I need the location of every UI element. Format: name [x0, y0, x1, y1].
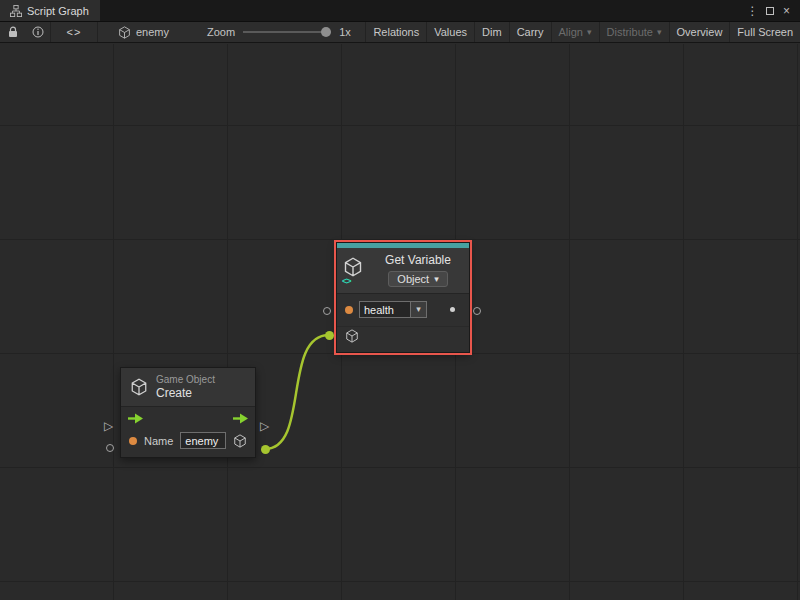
create-flow-in-port[interactable]: ▷	[104, 420, 113, 432]
object-port-cube-icon[interactable]	[345, 329, 359, 343]
toolbar-separator	[97, 22, 98, 42]
relations-button[interactable]: Relations	[365, 22, 426, 42]
zoom-group: Zoom 1x	[207, 22, 351, 42]
get-variable-header[interactable]: <> Get Variable Object ▾	[337, 248, 469, 293]
values-button[interactable]: Values	[426, 22, 474, 42]
output-cube-icon[interactable]	[233, 434, 247, 448]
game-object-cube-icon	[118, 26, 131, 39]
titlebar: Script Graph ⋮ ×	[0, 0, 800, 22]
variable-name-input[interactable]	[359, 301, 411, 318]
dim-button[interactable]: Dim	[474, 22, 509, 42]
toolbar-buttons: Relations Values Dim Carry Align▾ Distri…	[365, 22, 800, 42]
distribute-button[interactable]: Distribute▾	[599, 22, 669, 42]
overview-button[interactable]: Overview	[669, 22, 730, 42]
get-variable-output-port[interactable]	[473, 307, 481, 315]
script-graph-icon	[10, 5, 22, 17]
button-label: Overview	[677, 26, 723, 38]
graph-breadcrumb[interactable]: enemy	[108, 22, 179, 42]
carry-button[interactable]: Carry	[509, 22, 551, 42]
name-row: Name	[121, 428, 255, 457]
flow-in-arrow-icon[interactable]	[127, 413, 144, 424]
zoom-slider[interactable]	[243, 31, 331, 33]
node-game-object-create[interactable]: Game Object Create Name	[120, 367, 256, 458]
variable-kind-label: Object	[397, 273, 429, 285]
script-graph-window: Script Graph ⋮ × <>	[0, 0, 800, 600]
lock-icon	[8, 26, 18, 38]
variable-kind-dropdown[interactable]: Object ▾	[388, 271, 447, 287]
toolbar: <> enemy Zoom 1x Relations Values Dim Ca…	[0, 22, 800, 43]
zoom-value: 1x	[339, 26, 351, 38]
wire-start-dot[interactable]	[261, 445, 270, 454]
lock-button[interactable]	[0, 22, 25, 42]
name-input-port[interactable]	[345, 306, 353, 314]
name-input-port[interactable]	[129, 437, 137, 445]
create-header[interactable]: Game Object Create	[121, 368, 255, 406]
name-field-label: Name	[144, 435, 173, 447]
button-label: Align	[559, 26, 583, 38]
create-flow-out-port[interactable]: ▷	[260, 420, 269, 432]
align-button[interactable]: Align▾	[551, 22, 599, 42]
button-label: Carry	[517, 26, 544, 38]
variable-name-row: ▾	[337, 294, 469, 324]
variable-name-dropdown[interactable]: ▾	[411, 301, 427, 318]
button-label: Values	[434, 26, 467, 38]
chevron-down-icon: ▾	[587, 28, 592, 37]
chevron-down-icon: ▾	[657, 28, 662, 37]
variable-name-combo: ▾	[359, 301, 427, 318]
info-icon	[32, 26, 44, 38]
button-label: Distribute	[607, 26, 653, 38]
create-name-port[interactable]	[106, 444, 114, 452]
button-label: Relations	[373, 26, 419, 38]
get-variable-left-port[interactable]	[323, 307, 331, 315]
tab-script-graph[interactable]: Script Graph	[0, 0, 100, 21]
graph-name: enemy	[136, 26, 169, 38]
connection-wire[interactable]	[265, 335, 329, 449]
node-title: Get Variable	[385, 253, 451, 267]
flow-out-arrow-icon[interactable]	[232, 413, 249, 424]
close-icon[interactable]: ×	[778, 2, 795, 19]
name-input[interactable]	[180, 432, 226, 449]
tab-label: Script Graph	[27, 5, 89, 17]
graph-canvas[interactable]: <> Get Variable Object ▾ ▾	[0, 44, 800, 600]
maximize-glyph	[766, 7, 774, 15]
button-label: Full Screen	[737, 26, 793, 38]
control-flow-row	[121, 407, 255, 428]
window-controls: ⋮ ×	[744, 0, 800, 21]
object-input-row	[337, 326, 469, 352]
info-button[interactable]	[25, 22, 50, 42]
kebab-menu-icon[interactable]: ⋮	[744, 2, 761, 19]
node-title: Create	[156, 386, 215, 400]
code-preview-button[interactable]: <>	[51, 22, 97, 42]
get-variable-body: ▾	[337, 293, 469, 352]
create-body: Name	[121, 406, 255, 457]
node-get-variable[interactable]: <> Get Variable Object ▾ ▾	[336, 242, 470, 353]
node-category: Game Object	[156, 374, 215, 385]
fullscreen-button[interactable]: Full Screen	[729, 22, 800, 42]
button-label: Dim	[482, 26, 502, 38]
value-output-dot[interactable]	[450, 307, 455, 312]
chevron-down-icon: ▾	[434, 275, 439, 284]
maximize-icon[interactable]	[761, 2, 778, 19]
game-object-cube-icon	[130, 378, 148, 396]
chevron-down-icon: ▾	[416, 305, 421, 314]
wire-end-dot[interactable]	[325, 331, 334, 340]
zoom-slider-handle[interactable]	[321, 27, 331, 37]
create-titles: Game Object Create	[156, 374, 215, 400]
zoom-label: Zoom	[207, 26, 235, 38]
code-badge-icon: <>	[342, 276, 351, 286]
get-variable-titles: Get Variable Object ▾	[373, 253, 463, 287]
variable-cube-icon: <>	[343, 257, 367, 283]
